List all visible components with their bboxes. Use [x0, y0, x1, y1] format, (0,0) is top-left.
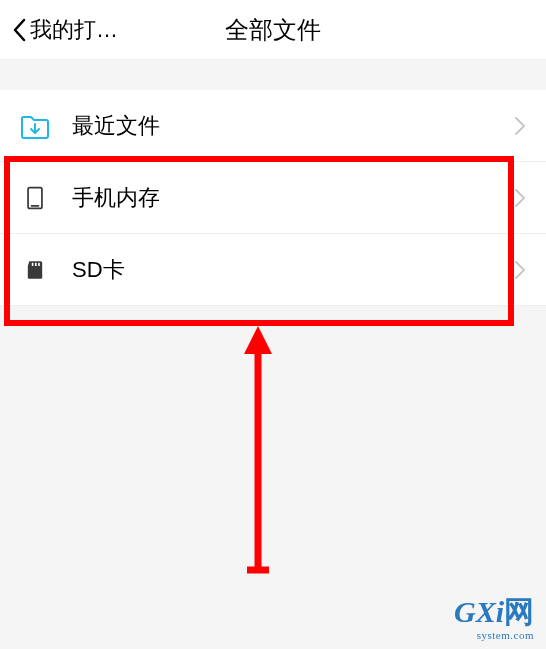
annotation-arrow-up-icon — [238, 326, 278, 576]
list-item-phone-storage[interactable]: 手机内存 — [0, 162, 546, 234]
watermark-brand-cn: 网 — [504, 595, 534, 628]
chevron-right-icon — [514, 260, 526, 280]
sd-card-icon — [20, 255, 50, 285]
list-item-label: 最近文件 — [72, 111, 514, 141]
watermark: GXi网 system.com — [454, 592, 534, 641]
list-item-recent[interactable]: 最近文件 — [0, 90, 546, 162]
list-item-sd-card[interactable]: SD卡 — [0, 234, 546, 306]
download-folder-icon — [20, 111, 50, 141]
list-item-label: SD卡 — [72, 255, 514, 285]
watermark-brand: GXi — [454, 595, 504, 628]
file-list: 最近文件 手机内存 SD卡 — [0, 90, 546, 306]
svg-rect-4 — [35, 262, 37, 265]
phone-icon — [20, 183, 50, 213]
svg-rect-3 — [32, 262, 34, 265]
svg-rect-5 — [38, 262, 40, 265]
back-button[interactable]: 我的打… — [0, 15, 118, 45]
page-title: 全部文件 — [225, 14, 321, 46]
chevron-left-icon — [12, 18, 26, 42]
header-bar: 我的打… 全部文件 — [0, 0, 546, 60]
chevron-right-icon — [514, 116, 526, 136]
list-item-label: 手机内存 — [72, 183, 514, 213]
chevron-right-icon — [514, 188, 526, 208]
svg-marker-7 — [244, 326, 272, 354]
back-label: 我的打… — [30, 15, 118, 45]
